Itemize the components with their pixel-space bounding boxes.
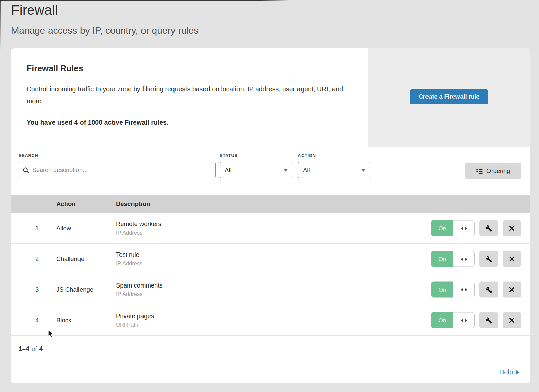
rule-priority: 1 xyxy=(11,224,56,232)
toggle-right-arrow-icon xyxy=(465,318,467,322)
delete-rule-button[interactable] xyxy=(503,220,521,236)
rule-priority: 4 xyxy=(11,316,56,324)
status-label: STATUS xyxy=(220,153,238,158)
row-controls: On xyxy=(431,251,521,267)
rule-field-type: URI Path xyxy=(116,322,154,328)
rule-priority: 2 xyxy=(11,255,56,263)
rule-action: JS Challenge xyxy=(56,286,116,293)
rule-field-type: IP Address xyxy=(116,260,143,267)
rule-enabled-toggle[interactable]: On xyxy=(431,312,475,328)
toggle-right-arrow-icon xyxy=(465,257,467,261)
toggle-left-arrow-icon xyxy=(461,226,463,230)
close-icon xyxy=(509,256,515,262)
column-description: Description xyxy=(116,200,150,208)
table-header: Action Description xyxy=(11,195,530,213)
ordering-button[interactable]: Ordering xyxy=(465,163,521,179)
rule-enabled-toggle[interactable]: On xyxy=(431,251,475,267)
search-label: SEARCH xyxy=(19,153,38,158)
pagination-of: of xyxy=(32,345,37,353)
rules-description: Control incoming traffic to your zone by… xyxy=(27,83,360,107)
pagination: 1–4 of 4 xyxy=(11,336,530,362)
edit-rule-button[interactable] xyxy=(479,220,498,236)
rule-action: Block xyxy=(56,316,116,324)
search-box[interactable] xyxy=(18,162,216,178)
toggle-left-arrow-icon xyxy=(461,257,463,261)
wrench-icon xyxy=(485,317,492,324)
create-rule-panel: Create a Firewall rule xyxy=(368,48,530,147)
pagination-range: 1–4 xyxy=(19,345,29,353)
rules-heading: Firewall Rules xyxy=(27,64,360,73)
edit-rule-button[interactable] xyxy=(479,282,498,298)
delete-rule-button[interactable] xyxy=(503,251,521,267)
toggle-on-label: On xyxy=(431,312,453,328)
toggle-handle[interactable] xyxy=(453,220,475,236)
toggle-right-arrow-icon xyxy=(465,288,467,292)
rule-action: Allow xyxy=(56,224,116,232)
help-link-label: Help xyxy=(499,368,513,376)
help-arrow-icon xyxy=(516,370,519,374)
table-row: 1 Allow Remote workers IP Address On xyxy=(11,213,530,244)
toggle-on-label: On xyxy=(431,220,453,236)
table-row: 4 Block Private pages URI Path On xyxy=(11,305,530,336)
rule-description: Private pages xyxy=(116,312,154,320)
pagination-total: 4 xyxy=(39,345,43,353)
page-title: Firewall xyxy=(11,3,198,18)
rules-info-section: Firewall Rules Control incoming traffic … xyxy=(11,48,530,147)
rule-action: Challenge xyxy=(56,255,116,263)
table-row: 3 JS Challenge Spam comments IP Address … xyxy=(11,274,530,305)
toggle-handle[interactable] xyxy=(453,251,475,267)
help-link[interactable]: Help xyxy=(499,368,519,376)
filter-section: SEARCH STATUS All ACTION All xyxy=(11,147,530,195)
action-label: ACTION xyxy=(298,153,316,158)
toggle-left-arrow-icon xyxy=(461,318,463,322)
ordering-list-icon xyxy=(476,168,483,174)
search-input[interactable] xyxy=(32,167,215,174)
wrench-icon xyxy=(485,225,492,232)
row-controls: On xyxy=(431,282,521,298)
rule-description-cell: Spam comments IP Address xyxy=(116,282,163,297)
rule-field-type: IP Address xyxy=(116,230,161,236)
page-subtitle: Manage access by IP, country, or query r… xyxy=(11,25,198,36)
toggle-handle[interactable] xyxy=(453,282,475,298)
rule-description: Remote workers xyxy=(116,220,161,228)
rule-field-type: IP Address xyxy=(116,291,163,297)
row-controls: On xyxy=(431,312,521,328)
toggle-right-arrow-icon xyxy=(465,226,467,230)
capture-edge-artifact-left xyxy=(0,0,1,51)
close-icon xyxy=(509,225,515,231)
column-action: Action xyxy=(56,200,116,208)
table-row: 2 Challenge Test rule IP Address On xyxy=(11,244,530,274)
action-select[interactable]: All xyxy=(298,162,371,178)
edit-rule-button[interactable] xyxy=(479,251,498,267)
close-icon xyxy=(509,318,515,323)
status-select-value: All xyxy=(225,167,232,174)
toggle-on-label: On xyxy=(431,282,453,298)
rule-description-cell: Test rule IP Address xyxy=(116,251,143,267)
edit-rule-button[interactable] xyxy=(479,312,498,328)
rule-enabled-toggle[interactable]: On xyxy=(431,282,475,298)
chevron-down-icon xyxy=(283,169,288,172)
close-icon xyxy=(509,287,515,293)
rule-enabled-toggle[interactable]: On xyxy=(431,220,475,236)
toggle-handle[interactable] xyxy=(453,312,475,328)
capture-edge-artifact-top xyxy=(0,0,290,1)
wrench-icon xyxy=(485,286,492,293)
create-firewall-rule-button[interactable]: Create a Firewall rule xyxy=(410,89,488,104)
delete-rule-button[interactable] xyxy=(503,312,521,328)
rule-description-cell: Private pages URI Path xyxy=(116,312,154,328)
panel-footer: Help xyxy=(11,362,530,383)
rule-description: Test rule xyxy=(116,251,143,259)
delete-rule-button[interactable] xyxy=(503,282,521,298)
status-select[interactable]: All xyxy=(220,162,293,178)
rules-usage-count: You have used 4 of 1000 active Firewall … xyxy=(27,119,360,126)
row-controls: On xyxy=(431,220,521,236)
search-icon xyxy=(23,167,29,174)
chevron-down-icon xyxy=(361,169,366,172)
toggle-left-arrow-icon xyxy=(461,288,463,292)
rule-description-cell: Remote workers IP Address xyxy=(116,220,161,236)
rule-description: Spam comments xyxy=(116,282,163,289)
rule-priority: 3 xyxy=(11,286,56,293)
ordering-button-label: Ordering xyxy=(486,168,510,175)
page-header: Firewall Manage access by IP, country, o… xyxy=(11,3,198,36)
rules-info: Firewall Rules Control incoming traffic … xyxy=(27,64,360,126)
